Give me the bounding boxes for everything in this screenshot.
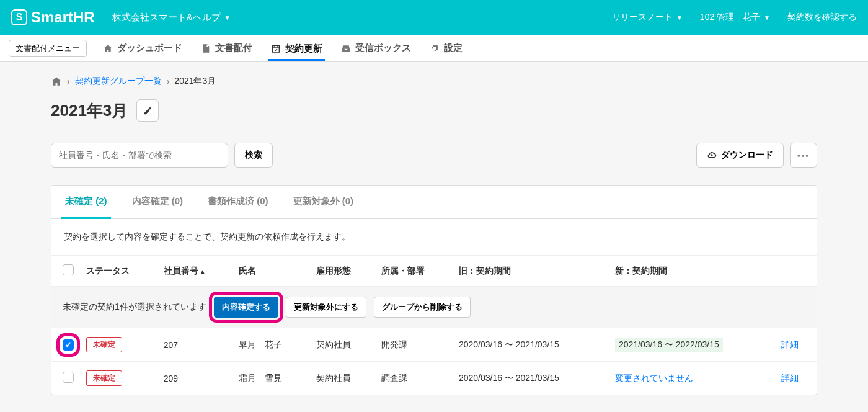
menu-dropdown-button[interactable]: 文書配付メニュー xyxy=(9,40,87,57)
status-badge: 未確定 xyxy=(86,337,122,352)
table-row: ✓ 未確定 207 皐月 花子 契約社員 開発課 2020/03/16 〜 20… xyxy=(51,328,817,362)
tab-confirmed[interactable]: 内容確定 (0) xyxy=(128,186,187,218)
detail-link[interactable]: 詳細 xyxy=(781,339,799,349)
tab-pending[interactable]: 未確定 (2) xyxy=(61,186,111,219)
col-status: ステータス xyxy=(80,256,157,287)
gear-icon xyxy=(430,43,440,53)
selection-text: 未確定の契約1件が選択されています xyxy=(63,302,206,313)
col-emp-type: 雇用形態 xyxy=(310,256,375,287)
menu-label: 受信ボックス xyxy=(355,42,411,54)
logo-badge-icon: S xyxy=(11,9,27,25)
contract-count-label: 契約数を確認する xyxy=(787,12,857,23)
cell-emp-type: 契約社員 xyxy=(310,328,375,362)
col-name: 氏名 xyxy=(232,256,310,287)
caret-down-icon: ▼ xyxy=(764,14,770,21)
menu-item-dashboard[interactable]: ダッシュボード xyxy=(100,36,185,60)
cloud-download-icon xyxy=(707,151,717,159)
helper-text: 契約を選択して内容を確定することで、契約更新の依頼作成を行えます。 xyxy=(51,219,817,256)
col-new-term: 新：契約期間 xyxy=(609,256,776,287)
menu-item-settings[interactable]: 設定 xyxy=(427,36,465,60)
menu-bar: 文書配付メニュー ダッシュボード 文書配付 契約更新 受信ボックス 設定 xyxy=(0,35,868,62)
ellipsis-icon: ••• xyxy=(797,151,810,160)
search-input[interactable] xyxy=(51,143,228,168)
menu-label: 文書配付 xyxy=(215,42,252,54)
menu-label: 設定 xyxy=(444,42,463,54)
search-button[interactable]: 検索 xyxy=(234,143,273,168)
caret-down-icon: ▼ xyxy=(224,14,231,21)
chevron-right-icon: › xyxy=(167,76,170,86)
cell-old-term: 2020/03/16 〜 2021/03/15 xyxy=(453,362,609,395)
cell-emp-no: 207 xyxy=(157,328,233,362)
cell-old-term: 2020/03/16 〜 2021/03/15 xyxy=(453,328,609,362)
col-emp-no[interactable]: 社員番号▲ xyxy=(157,256,233,287)
calendar-check-icon xyxy=(271,43,281,53)
company-name-label: 株式会社スマート&ヘルプ xyxy=(112,12,221,24)
more-button[interactable]: ••• xyxy=(790,143,817,168)
cell-dept: 開発課 xyxy=(375,328,453,362)
pencil-icon xyxy=(143,106,153,115)
caret-down-icon: ▼ xyxy=(676,14,683,21)
confirm-button[interactable]: 内容確定する xyxy=(214,297,278,318)
download-button[interactable]: ダウンロード xyxy=(696,143,784,168)
breadcrumb: › 契約更新グループ一覧 › 2021年3月 xyxy=(51,76,817,87)
top-header: S SmartHR 株式会社スマート&ヘルプ ▼ リリースノート ▼ 102 管… xyxy=(0,0,868,35)
col-old-term: 旧：契約期間 xyxy=(453,256,609,287)
table-row: 未確定 209 霜月 雪見 契約社員 調査課 2020/03/16 〜 2021… xyxy=(51,362,817,395)
home-icon xyxy=(103,43,113,53)
release-notes-link[interactable]: リリースノート ▼ xyxy=(612,12,683,23)
check-icon: ✓ xyxy=(65,340,72,349)
menu-item-inbox[interactable]: 受信ボックス xyxy=(339,36,414,60)
contract-count-link[interactable]: 契約数を確認する xyxy=(787,12,857,23)
row-checkbox[interactable] xyxy=(63,372,74,383)
contracts-panel: 未確定 (2) 内容確定 (0) 書類作成済 (0) 更新対象外 (0) 契約を… xyxy=(51,185,817,395)
sort-asc-icon: ▲ xyxy=(200,268,206,275)
chevron-right-icon: › xyxy=(67,76,70,86)
document-icon xyxy=(201,43,211,53)
col-dept: 所属・部署 xyxy=(375,256,453,287)
status-tabs: 未確定 (2) 内容確定 (0) 書類作成済 (0) 更新対象外 (0) xyxy=(51,186,817,219)
breadcrumb-current: 2021年3月 xyxy=(174,76,216,87)
select-all-checkbox[interactable] xyxy=(63,264,74,275)
contracts-table: ステータス 社員番号▲ 氏名 雇用形態 所属・部署 旧：契約期間 新：契約期間 … xyxy=(51,256,817,395)
cell-new-term: 2021/03/16 〜 2022/03/15 xyxy=(615,338,723,352)
row-checkbox[interactable]: ✓ xyxy=(63,339,74,351)
user-menu[interactable]: 102 管理 花子 ▼ xyxy=(700,12,770,23)
cell-dept: 調査課 xyxy=(375,362,453,395)
user-name-label: 102 管理 花子 xyxy=(700,12,760,23)
download-label: ダウンロード xyxy=(721,150,773,161)
exclude-button[interactable]: 更新対象外にする xyxy=(286,297,366,318)
page-title: 2021年3月 xyxy=(51,100,128,122)
company-selector[interactable]: 株式会社スマート&ヘルプ ▼ xyxy=(112,12,231,24)
menu-item-distribution[interactable]: 文書配付 xyxy=(198,36,255,60)
cell-name: 霜月 雪見 xyxy=(232,362,310,395)
tab-excluded[interactable]: 更新対象外 (0) xyxy=(290,186,358,218)
inbox-icon xyxy=(341,43,351,53)
cell-new-term-unchanged: 変更されていません xyxy=(615,373,693,383)
detail-link[interactable]: 詳細 xyxy=(781,373,799,383)
breadcrumb-link[interactable]: 契約更新グループ一覧 xyxy=(75,76,162,87)
logo[interactable]: S SmartHR xyxy=(11,9,95,26)
cell-emp-type: 契約社員 xyxy=(310,362,375,395)
home-icon[interactable] xyxy=(51,76,62,87)
remove-from-group-button[interactable]: グループから削除する xyxy=(374,297,471,318)
menu-item-contract-update[interactable]: 契約更新 xyxy=(268,37,325,61)
menu-label: ダッシュボード xyxy=(117,42,182,54)
logo-text: SmartHR xyxy=(31,9,95,26)
tab-created[interactable]: 書類作成済 (0) xyxy=(204,186,272,218)
status-badge: 未確定 xyxy=(86,370,122,386)
menu-label: 契約更新 xyxy=(285,43,322,55)
cell-emp-no: 209 xyxy=(157,362,233,395)
release-notes-label: リリースノート xyxy=(612,12,673,23)
edit-title-button[interactable] xyxy=(136,99,159,122)
cell-name: 皐月 花子 xyxy=(232,328,310,362)
bulk-action-row: 未確定の契約1件が選択されています 内容確定する 更新対象外にする グループから… xyxy=(51,287,817,328)
